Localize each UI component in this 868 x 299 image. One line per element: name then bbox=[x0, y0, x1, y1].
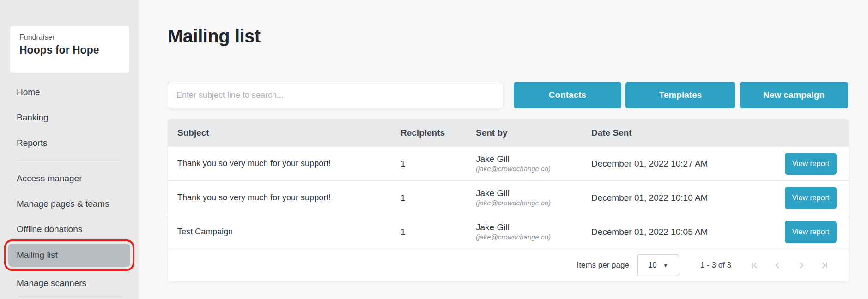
sidebar-divider bbox=[17, 298, 122, 298]
sidebar-item-reports[interactable]: Reports bbox=[0, 132, 139, 154]
controls-row: Contacts Templates New campaign bbox=[168, 82, 848, 108]
chevron-left-icon[interactable] bbox=[766, 255, 789, 275]
sender-name: Jake Gill bbox=[476, 188, 591, 198]
fundraiser-card: Fundraiser Hoops for Hope bbox=[10, 26, 129, 73]
fundraiser-name: Hoops for Hope bbox=[19, 44, 120, 56]
column-header-date-sent: Date Sent bbox=[591, 128, 785, 138]
sidebar-item-offline-donations[interactable]: Offline donations bbox=[0, 218, 139, 240]
page-title: Mailing list bbox=[168, 26, 261, 47]
last-page-icon[interactable] bbox=[813, 255, 836, 275]
column-header-subject: Subject bbox=[168, 128, 401, 138]
cell-recipients: 1 bbox=[401, 193, 476, 203]
sidebar-divider bbox=[17, 161, 122, 161]
templates-button[interactable]: Templates bbox=[625, 82, 735, 108]
sidebar-item-access-manager[interactable]: Access manager bbox=[0, 167, 139, 190]
mailing-list-table: Subject Recipients Sent by Date Sent Tha… bbox=[168, 119, 849, 281]
cell-sent-by: Jake Gill (jake@crowdchange.co) bbox=[476, 154, 591, 173]
sidebar-item-banking[interactable]: Banking bbox=[0, 107, 139, 129]
first-page-icon[interactable] bbox=[743, 255, 766, 275]
table-row: Thank you so very much for your support!… bbox=[168, 181, 849, 215]
search-input[interactable] bbox=[168, 82, 503, 108]
cell-recipients: 1 bbox=[401, 227, 476, 237]
sender-email: (jake@crowdchange.co) bbox=[476, 233, 591, 241]
sidebar: Fundraiser Hoops for Hope Home Banking R… bbox=[0, 0, 139, 299]
sidebar-nav: Home Banking Reports Access manager Mana… bbox=[0, 81, 139, 299]
cell-date-sent: December 01, 2022 10:10 AM bbox=[591, 193, 785, 203]
pager-controls bbox=[743, 255, 836, 275]
contacts-button[interactable]: Contacts bbox=[514, 82, 621, 108]
new-campaign-button[interactable]: New campaign bbox=[740, 82, 848, 108]
table-row: Thank you so very much for your support!… bbox=[168, 147, 849, 181]
column-header-sent-by: Sent by bbox=[476, 128, 591, 138]
cell-sent-by: Jake Gill (jake@crowdchange.co) bbox=[476, 222, 591, 241]
pagination-range-label: 1 - 3 of 3 bbox=[700, 261, 731, 270]
cell-date-sent: December 01, 2022 10:05 AM bbox=[591, 227, 785, 237]
chevron-down-icon: ▼ bbox=[663, 263, 668, 268]
view-report-button[interactable]: View report bbox=[785, 187, 837, 209]
sidebar-item-mailing-list[interactable]: Mailing list bbox=[8, 244, 130, 267]
table-header-row: Subject Recipients Sent by Date Sent bbox=[168, 119, 849, 147]
cell-subject: Test Campaign bbox=[168, 227, 401, 237]
items-per-page-label: Items per page bbox=[577, 261, 629, 270]
cell-sent-by: Jake Gill (jake@crowdchange.co) bbox=[476, 188, 591, 207]
cell-recipients: 1 bbox=[401, 159, 476, 169]
sender-email: (jake@crowdchange.co) bbox=[476, 164, 591, 173]
main-content: Mailing list Contacts Templates New camp… bbox=[139, 0, 868, 299]
table-row: Test Campaign 1 Jake Gill (jake@crowdcha… bbox=[168, 215, 849, 249]
sidebar-item-home[interactable]: Home bbox=[0, 81, 139, 103]
sender-name: Jake Gill bbox=[476, 154, 591, 164]
sidebar-item-manage-scanners[interactable]: Manage scanners bbox=[0, 272, 139, 294]
cell-date-sent: December 01, 2022 10:27 AM bbox=[591, 159, 785, 169]
sender-email: (jake@crowdchange.co) bbox=[476, 198, 591, 207]
cell-subject: Thank you so very much for your support! bbox=[168, 193, 401, 203]
sidebar-item-manage-pages-teams[interactable]: Manage pages & teams bbox=[0, 193, 139, 215]
view-report-button[interactable]: View report bbox=[785, 153, 837, 175]
column-header-recipients: Recipients bbox=[401, 128, 476, 138]
view-report-button[interactable]: View report bbox=[785, 221, 837, 243]
sender-name: Jake Gill bbox=[476, 222, 591, 233]
items-per-page-value: 10 bbox=[649, 261, 657, 269]
pagination-bar: Items per page 10 ▼ 1 - 3 of 3 bbox=[168, 249, 849, 281]
fundraiser-label: Fundraiser bbox=[19, 33, 120, 42]
chevron-right-icon[interactable] bbox=[789, 255, 813, 275]
items-per-page-select[interactable]: 10 ▼ bbox=[637, 254, 679, 276]
cell-subject: Thank you so very much for your support! bbox=[168, 159, 401, 168]
